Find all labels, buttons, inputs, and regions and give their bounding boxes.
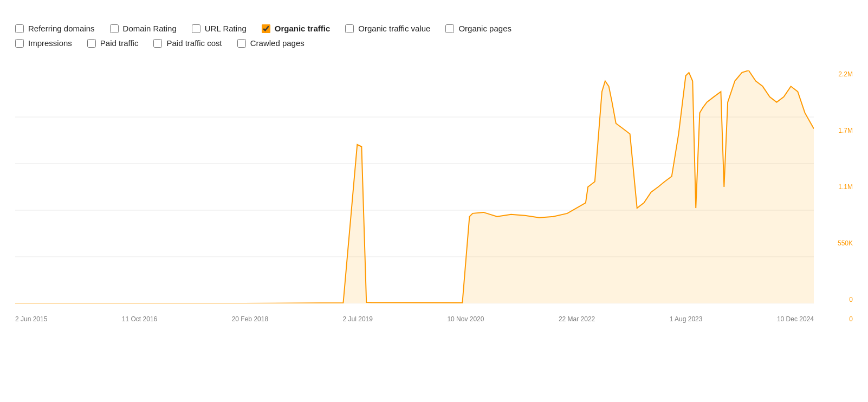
- checkbox-input-crawled-pages[interactable]: [237, 39, 246, 48]
- checkbox-row-2: ImpressionsPaid trafficPaid traffic cost…: [15, 38, 853, 48]
- checkbox-input-domain-rating[interactable]: [110, 24, 119, 33]
- x-label: 2 Jul 2019: [343, 315, 373, 323]
- checkbox-input-impressions[interactable]: [15, 39, 24, 48]
- metrics-checkboxes: Referring domainsDomain RatingURL Rating…: [15, 24, 853, 48]
- checkbox-crawled-pages[interactable]: Crawled pages: [237, 38, 305, 48]
- y-label: 0: [849, 296, 853, 303]
- checkbox-referring-domains[interactable]: Referring domains: [15, 24, 95, 33]
- checkbox-label-referring-domains: Referring domains: [28, 24, 95, 33]
- x-label: 10 Dec 2024: [777, 315, 814, 323]
- checkbox-input-organic-traffic-value[interactable]: [345, 24, 354, 33]
- y-axis: 2.2M1.7M1.1M550K0: [818, 70, 853, 303]
- checkbox-organic-traffic[interactable]: Organic traffic: [262, 24, 331, 33]
- checkbox-label-paid-traffic-cost: Paid traffic cost: [166, 38, 222, 48]
- x-label: 10 Nov 2020: [447, 315, 484, 323]
- zero-label: 0: [849, 315, 853, 323]
- y-label: 1.1M: [838, 183, 853, 191]
- checkbox-organic-traffic-value[interactable]: Organic traffic value: [345, 24, 430, 33]
- y-label: 550K: [838, 239, 853, 247]
- checkbox-label-paid-traffic: Paid traffic: [100, 38, 139, 48]
- x-axis: 2 Jun 201511 Oct 201620 Feb 20182 Jul 20…: [15, 315, 814, 323]
- checkbox-impressions[interactable]: Impressions: [15, 38, 72, 48]
- x-label: 2 Jun 2015: [15, 315, 47, 323]
- checkbox-paid-traffic-cost[interactable]: Paid traffic cost: [153, 38, 222, 48]
- checkbox-organic-pages[interactable]: Organic pages: [445, 24, 511, 33]
- y-label: 2.2M: [838, 70, 853, 78]
- checkbox-input-url-rating[interactable]: [192, 24, 200, 33]
- checkbox-label-organic-traffic-value: Organic traffic value: [358, 24, 430, 33]
- checkbox-input-paid-traffic[interactable]: [87, 39, 96, 48]
- checkbox-input-paid-traffic-cost[interactable]: [153, 39, 162, 48]
- checkbox-paid-traffic[interactable]: Paid traffic: [87, 38, 139, 48]
- checkbox-input-referring-domains[interactable]: [15, 24, 24, 33]
- checkbox-label-impressions: Impressions: [28, 38, 72, 48]
- y-label: 1.7M: [838, 127, 853, 134]
- checkbox-row-1: Referring domainsDomain RatingURL Rating…: [15, 24, 853, 33]
- x-label: 1 Aug 2023: [670, 315, 703, 323]
- x-label: 11 Oct 2016: [122, 315, 157, 323]
- x-label: 20 Feb 2018: [232, 315, 268, 323]
- checkbox-label-domain-rating: Domain Rating: [123, 24, 177, 33]
- x-label: 22 Mar 2022: [559, 315, 595, 323]
- checkbox-input-organic-traffic[interactable]: [262, 24, 270, 33]
- performance-chart: 2.2M1.7M1.1M550K0 2 Jun 201511 Oct 20162…: [15, 57, 853, 323]
- checkbox-url-rating[interactable]: URL Rating: [192, 24, 247, 33]
- checkbox-label-url-rating: URL Rating: [205, 24, 247, 33]
- chart-svg-wrapper: [15, 70, 814, 303]
- checkbox-label-organic-pages: Organic pages: [458, 24, 511, 33]
- checkbox-label-organic-traffic: Organic traffic: [275, 24, 331, 33]
- checkbox-input-organic-pages[interactable]: [445, 24, 454, 33]
- checkbox-label-crawled-pages: Crawled pages: [250, 38, 305, 48]
- checkbox-domain-rating[interactable]: Domain Rating: [110, 24, 177, 33]
